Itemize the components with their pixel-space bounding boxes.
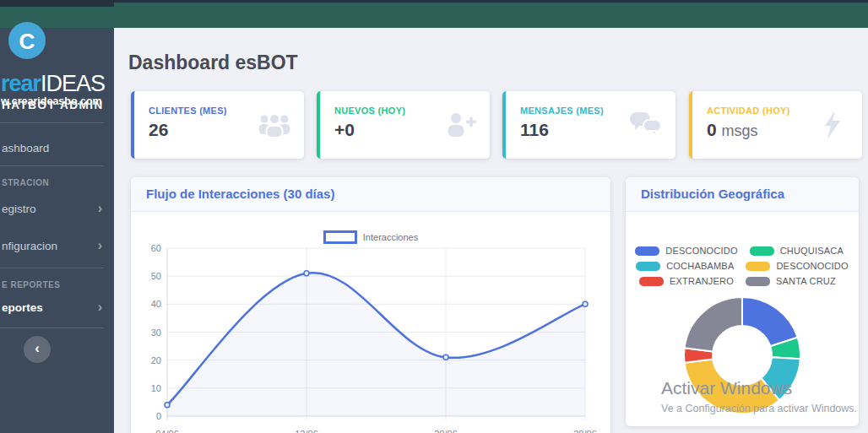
legend-swatch bbox=[636, 262, 660, 271]
sidebar-divider bbox=[0, 268, 104, 268]
x-axis-label: 28/06 bbox=[573, 429, 597, 433]
legend-swatch bbox=[750, 246, 774, 256]
chevron-right-icon: › bbox=[98, 300, 102, 315]
legend-swatch bbox=[635, 246, 659, 256]
stat-card-nuevos: NUEVOS (HOY) +0 bbox=[317, 91, 490, 159]
stat-value: 0 msgs bbox=[707, 120, 758, 140]
legend-label: Interacciones bbox=[363, 232, 418, 242]
svg-text:50: 50 bbox=[151, 271, 161, 281]
svg-text:10: 10 bbox=[151, 383, 161, 393]
bolt-icon bbox=[815, 110, 850, 140]
legend-item-extranjero[interactable]: EXTRANJERO bbox=[639, 276, 734, 286]
legend-label: COCHABAMBA bbox=[666, 261, 734, 271]
sidebar-item-registro[interactable]: egistro › bbox=[2, 203, 107, 215]
chevron-right-icon: › bbox=[98, 201, 102, 216]
chart-panel-body: Interacciones 0102030405060 04/06 12/06 … bbox=[131, 212, 610, 433]
svg-text:0: 0 bbox=[156, 411, 161, 421]
stat-card-actividad: ACTIVIDAD (HOY) 0 msgs bbox=[689, 91, 862, 159]
svg-text:20: 20 bbox=[151, 355, 161, 365]
stat-card-mensajes: MENSAJES (MES) 116 bbox=[502, 91, 675, 159]
geo-distribution-panel: Distribución Geográfica DESCONOCIDO CHUQ… bbox=[626, 177, 859, 426]
main-content: Dashboard esBOT CLIENTES (MES) 26 NUEVOS… bbox=[114, 28, 868, 433]
sidebar-divider bbox=[0, 327, 104, 328]
stat-value-suffix: msgs bbox=[722, 122, 758, 139]
stat-label: CLIENTES (MES) bbox=[149, 106, 227, 116]
page-title: Dashboard esBOT bbox=[128, 51, 298, 74]
sidebar: C rearIDEAS w.crearideasbo.com HATBOT AD… bbox=[0, 28, 114, 433]
legend-swatch bbox=[639, 277, 664, 286]
sidebar-divider bbox=[0, 122, 104, 123]
brand-text-blue: rear bbox=[1, 71, 41, 96]
stat-value: +0 bbox=[334, 120, 355, 140]
legend-label: CHUQUISACA bbox=[780, 246, 844, 256]
sidebar-item-label: nfiguracion bbox=[2, 240, 57, 252]
chart-panel-title: Flujo de Interacciones (30 días) bbox=[131, 177, 610, 212]
sidebar-collapse-button[interactable]: ‹ bbox=[24, 336, 51, 363]
sidebar-item-label: egistro bbox=[2, 203, 36, 215]
geo-legend: DESCONOCIDO CHUQUISACA COCHABAMBA DESCON… bbox=[626, 246, 859, 286]
stat-value: 116 bbox=[520, 120, 549, 140]
legend-label: EXTRANJERO bbox=[670, 276, 734, 286]
geo-panel-title: Distribución Geográfica bbox=[626, 177, 859, 212]
chart-legend[interactable]: Interacciones bbox=[131, 230, 610, 244]
browser-tab-remnant bbox=[0, 0, 114, 7]
user-plus-icon bbox=[442, 110, 478, 140]
stat-label: NUEVOS (HOY) bbox=[334, 106, 405, 116]
legend-label: DESCONOCIDO bbox=[776, 261, 848, 271]
sidebar-item-configuracion[interactable]: nfiguracion › bbox=[2, 240, 107, 252]
stat-value-number: 0 bbox=[707, 120, 717, 139]
geo-donut-chart[interactable] bbox=[626, 212, 859, 426]
sidebar-app-title: HATBOT ADMIN bbox=[2, 99, 104, 111]
svg-text:40: 40 bbox=[151, 299, 161, 309]
stat-label: ACTIVIDAD (HOY) bbox=[707, 106, 790, 116]
sidebar-item-reportes[interactable]: eportes › bbox=[2, 301, 107, 314]
sidebar-section-reportes: E REPORTES bbox=[2, 280, 60, 290]
interactions-line-chart[interactable]: 0102030405060 bbox=[131, 212, 610, 433]
x-axis-label: 12/06 bbox=[295, 429, 318, 433]
legend-swatch bbox=[323, 230, 357, 244]
sidebar-item-label: eportes bbox=[2, 301, 43, 314]
stat-label: MENSAJES (MES) bbox=[520, 106, 604, 116]
sidebar-divider bbox=[0, 165, 104, 166]
legend-label: SANTA CRUZ bbox=[776, 276, 836, 286]
legend-label: DESCONOCIDO bbox=[665, 246, 737, 256]
brand-logo-letter: C bbox=[19, 29, 35, 54]
x-axis-label: 20/06 bbox=[434, 429, 458, 433]
brand-wordmark[interactable]: rearIDEAS bbox=[1, 71, 105, 97]
svg-text:60: 60 bbox=[151, 243, 161, 253]
chevron-right-icon: › bbox=[98, 238, 102, 253]
interactions-chart-panel: Flujo de Interacciones (30 días) Interac… bbox=[131, 177, 610, 433]
x-axis-label: 04/06 bbox=[155, 429, 179, 433]
screen: C rearIDEAS w.crearideasbo.com HATBOT AD… bbox=[0, 0, 868, 433]
legend-swatch bbox=[746, 277, 770, 286]
geo-panel-body: DESCONOCIDO CHUQUISACA COCHABAMBA DESCON… bbox=[626, 212, 859, 426]
legend-item-chuquisaca[interactable]: CHUQUISACA bbox=[750, 246, 849, 256]
brand-text-white: IDEAS bbox=[41, 71, 105, 96]
chevron-left-icon: ‹ bbox=[35, 340, 40, 356]
brand-logo-icon[interactable]: C bbox=[8, 22, 46, 59]
comments-icon bbox=[628, 110, 664, 140]
sidebar-item-label: ashboard bbox=[2, 142, 49, 154]
legend-item-desconocido-yellow[interactable]: DESCONOCIDO bbox=[746, 261, 848, 271]
svg-text:30: 30 bbox=[151, 327, 161, 338]
users-icon bbox=[257, 110, 292, 140]
legend-item-desconocido-blue[interactable]: DESCONOCIDO bbox=[635, 246, 737, 256]
legend-swatch bbox=[746, 262, 770, 271]
sidebar-section-administracion: STRACION bbox=[2, 178, 49, 187]
browser-toolbar bbox=[0, 3, 868, 28]
stat-card-clientes: CLIENTES (MES) 26 bbox=[131, 91, 304, 159]
sidebar-item-dashboard[interactable]: ashboard bbox=[2, 142, 107, 154]
legend-item-santa-cruz[interactable]: SANTA CRUZ bbox=[746, 276, 845, 286]
stat-value: 26 bbox=[149, 120, 168, 140]
legend-item-cochabamba[interactable]: COCHABAMBA bbox=[636, 261, 734, 271]
